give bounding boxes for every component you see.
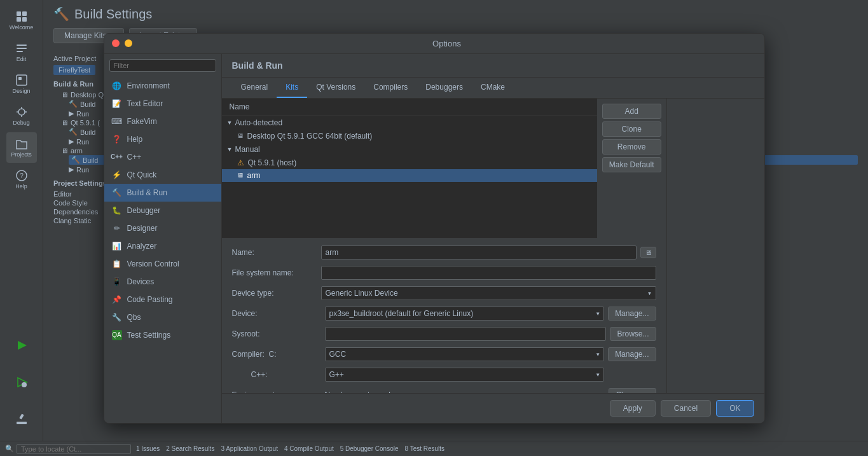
compiler-manage-button[interactable]: Manage... <box>608 347 656 361</box>
cancel-button[interactable]: Cancel <box>661 400 711 417</box>
sidebar-item-debugger-label: Debugger <box>127 206 161 215</box>
device-type-wrap: Generic Linux Device <box>321 286 656 300</box>
sidebar-item-text-editor[interactable]: 📝 Text Editor <box>104 95 221 113</box>
kit-group-auto-label: Auto-detected <box>235 118 282 127</box>
file-system-name-input[interactable] <box>321 266 656 280</box>
environment-icon: 🌐 <box>112 81 122 91</box>
ok-button[interactable]: OK <box>716 400 754 417</box>
sidebar-item-environment-label: Environment <box>127 81 170 90</box>
close-button[interactable] <box>112 39 120 47</box>
compiler-cpp-label: C++: <box>232 370 321 379</box>
kit-item-qt591-host[interactable]: ⚠ Qt 5.9.1 (host) <box>222 156 597 169</box>
device-type-select[interactable]: Generic Linux Device <box>321 286 656 300</box>
sidebar-item-designer[interactable]: ✏ Designer <box>104 219 221 237</box>
sysroot-input[interactable] <box>325 327 607 341</box>
code-pasting-icon: 📌 <box>112 294 122 305</box>
name-label: Name: <box>232 248 321 257</box>
sidebar-item-cpp[interactable]: C++ C++ <box>104 148 221 166</box>
minimize-button[interactable] <box>125 39 132 47</box>
dialog-footer: Apply Cancel OK <box>222 393 764 423</box>
form-row-name: Name: 🖥 <box>232 245 656 259</box>
sidebar-item-build-run-label: Build & Run <box>127 188 167 197</box>
tab-kits[interactable]: Kits <box>277 78 307 98</box>
sidebar-item-devices[interactable]: 📱 Devices <box>104 273 221 291</box>
file-system-name-label: File system name: <box>232 268 321 277</box>
form-row-compiler-cpp: C++: G++ Manage... <box>232 368 656 382</box>
device-manage-button[interactable]: Manage... <box>608 307 656 321</box>
test-settings-icon: QA <box>112 330 122 340</box>
sidebar-item-qt-quick-label: Qt Quick <box>127 170 157 179</box>
sidebar-item-fakevim[interactable]: ⌨ FakeVim <box>104 113 221 130</box>
sidebar-item-test-settings-label: Test Settings <box>127 331 171 340</box>
sidebar-item-text-editor-label: Text Editor <box>127 99 163 108</box>
add-button[interactable]: Add <box>602 104 661 119</box>
apply-button[interactable]: Apply <box>610 400 656 417</box>
sidebar-item-version-control[interactable]: 📋 Version Control <box>104 255 221 273</box>
compiler-cpp-wrap: G++ <box>325 368 605 382</box>
dialog-title: Options <box>137 39 757 48</box>
tab-general[interactable]: General <box>232 78 277 98</box>
sidebar-item-analyzer[interactable]: 📊 Analyzer <box>104 237 221 255</box>
dialog-titlebar: Options <box>104 34 764 54</box>
sidebar-item-qt-quick[interactable]: ⚡ Qt Quick <box>104 166 221 184</box>
sidebar-item-build-run[interactable]: 🔨 Build & Run <box>104 184 221 202</box>
compiler-cpp-select[interactable]: G++ <box>325 368 605 382</box>
chevron-down-icon: ▼ <box>227 120 233 126</box>
kit-item-arm[interactable]: 🖥 arm <box>222 169 597 182</box>
kit-item-desktop[interactable]: 🖥 Desktop Qt 5.9.1 GCC 64bit (default) <box>222 130 597 142</box>
sidebar-item-fakevim-label: FakeVim <box>127 117 157 126</box>
environment-change-button[interactable]: Change... <box>609 388 656 393</box>
kit-group-auto-header[interactable]: ▼ Auto-detected <box>222 116 597 130</box>
tab-compilers[interactable]: Compilers <box>364 78 417 98</box>
sidebar-item-test-settings[interactable]: QA Test Settings <box>104 326 221 344</box>
dialog-main: Build & Run General Kits Qt Versions Com… <box>222 54 764 423</box>
make-default-button[interactable]: Make Default <box>602 157 661 172</box>
sysroot-browse-button[interactable]: Browse... <box>610 327 656 341</box>
compiler-c-wrap: GCC <box>325 347 605 361</box>
fakevim-icon: ⌨ <box>112 116 122 127</box>
dialog-overlay: Options 🌐 Environment 📝 Text Editor ⌨ Fa… <box>0 0 868 456</box>
dialog-filter-input[interactable] <box>109 59 216 72</box>
kits-list-header: Name <box>222 99 597 116</box>
compiler-c-select[interactable]: GCC <box>325 347 605 361</box>
sidebar-item-code-pasting-label: Code Pasting <box>127 295 173 304</box>
sidebar-item-analyzer-label: Analyzer <box>127 242 157 251</box>
sidebar-item-code-pasting[interactable]: 📌 Code Pasting <box>104 291 221 308</box>
kit-item-arm-label: arm <box>247 171 261 180</box>
tab-qt-versions[interactable]: Qt Versions <box>307 78 364 98</box>
form-area: Name: 🖥 File system name: D <box>222 238 666 393</box>
dialog-body: 🌐 Environment 📝 Text Editor ⌨ FakeVim ❓ … <box>104 54 764 423</box>
warning-icon: ⚠ <box>237 158 244 167</box>
sidebar-item-help[interactable]: ❓ Help <box>104 130 221 148</box>
dialog-section-header: Build & Run <box>222 54 764 78</box>
debugger-icon: 🐛 <box>112 205 122 216</box>
kits-list-panel: Name ▼ Auto-detected 🖥 <box>222 99 667 393</box>
form-row-environment: Environment: No changes to apply. Change… <box>232 388 656 393</box>
form-row-compiler-c: Compiler: C: GCC Manage... <box>232 347 656 361</box>
sidebar-item-qbs[interactable]: 🔧 Qbs <box>104 308 221 326</box>
name-input[interactable] <box>321 245 637 259</box>
build-run-icon: 🔨 <box>112 188 122 198</box>
tab-debuggers[interactable]: Debuggers <box>417 78 472 98</box>
sysroot-label: Sysroot: <box>232 329 321 338</box>
sidebar-item-version-control-label: Version Control <box>127 259 179 268</box>
qbs-icon: 🔧 <box>112 312 122 322</box>
screen-icon[interactable]: 🖥 <box>640 247 656 258</box>
sidebar-item-debugger[interactable]: 🐛 Debugger <box>104 202 221 219</box>
text-editor-icon: 📝 <box>112 99 122 109</box>
kit-group-manual-header[interactable]: ▼ Manual <box>222 142 597 156</box>
device-select[interactable]: px3se_buildroot (default for Generic Lin… <box>325 307 605 321</box>
form-row-device-type: Device type: Generic Linux Device <box>232 286 656 300</box>
version-control-icon: 📋 <box>112 259 122 269</box>
device-type-label: Device type: <box>232 289 321 298</box>
monitor-icon-kit: 🖥 <box>237 132 244 139</box>
device-label: Device: <box>232 309 321 318</box>
remove-button[interactable]: Remove <box>602 139 661 155</box>
form-row-sysroot: Sysroot: Browse... <box>232 327 656 341</box>
kit-group-manual-label: Manual <box>235 145 259 154</box>
sidebar-item-designer-label: Designer <box>127 224 158 233</box>
kit-item-desktop-label: Desktop Qt 5.9.1 GCC 64bit (default) <box>247 132 373 141</box>
tab-cmake[interactable]: CMake <box>472 78 514 98</box>
sidebar-item-environment[interactable]: 🌐 Environment <box>104 77 221 95</box>
clone-button[interactable]: Clone <box>602 121 661 137</box>
